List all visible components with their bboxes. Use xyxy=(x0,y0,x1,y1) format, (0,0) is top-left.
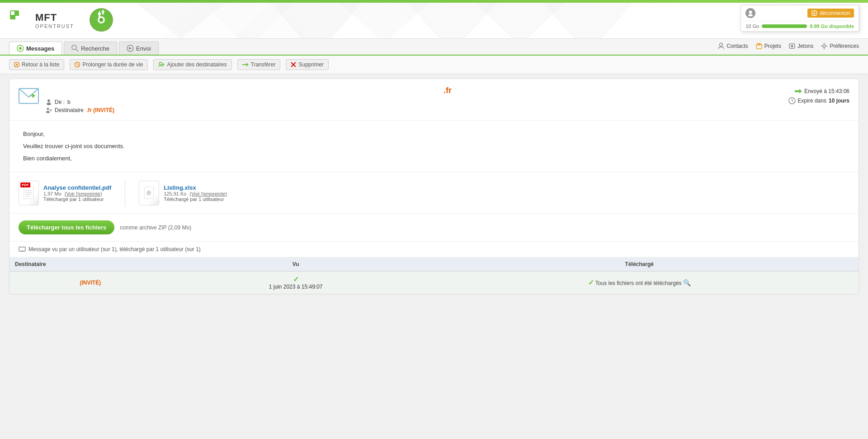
to-label: Destinataire xyxy=(55,107,84,113)
nav-area: Messages Recherche Envoi Contacts xyxy=(0,39,868,56)
recipients-table: Destinataire Vu Téléchargé (INVITÉ)✓1 ju… xyxy=(9,257,859,294)
btn-supprimer[interactable]: Supprimer xyxy=(286,59,328,70)
file-item-xlsx: ... Listing.xlsx 125,91 Ko (Voir l'empre… xyxy=(139,181,227,205)
center-transfer-icon xyxy=(88,6,115,35)
deconnexion-icon xyxy=(811,10,817,16)
status-section: Message vu par un utilisateur (sur 1), t… xyxy=(9,242,859,257)
logo-mft: MFT xyxy=(35,12,74,23)
svg-rect-10 xyxy=(11,11,14,15)
message-title-area: .fr De : b xyxy=(46,86,849,113)
contacts-label: Contacts xyxy=(726,43,748,49)
table-header-destinataire: Destinataire xyxy=(9,257,171,271)
message-from-row: De : b xyxy=(46,99,849,105)
contacts-icon xyxy=(717,42,725,50)
table-header-vu: Vu xyxy=(171,257,420,271)
expires-label: Expire dans xyxy=(798,98,826,104)
btn-retour[interactable]: Retour à la liste xyxy=(9,59,64,70)
btn-ajouter-destinataires[interactable]: Ajouter des destinataires xyxy=(153,59,231,70)
message-body: Bonjour, Veuillez trouver ci-joint vos d… xyxy=(9,121,859,173)
svg-point-46 xyxy=(159,62,162,65)
svg-point-31 xyxy=(720,43,723,46)
btn-transferer-label: Transférer xyxy=(251,61,276,68)
deconnexion-button[interactable]: déconnexion xyxy=(807,9,854,18)
nav-contacts[interactable]: Contacts xyxy=(717,42,748,50)
pdf-badge: PDF xyxy=(20,182,30,187)
cell-telecharge: ✓ Tous les fichiers ont été téléchargés … xyxy=(420,271,859,294)
svg-point-57 xyxy=(47,108,49,110)
files-section: PDF Analyse confidentiel.pdf 1,97 Mo (Vo… xyxy=(9,173,859,214)
pdf-icon-svg xyxy=(23,186,34,200)
storage-available: 9,99 Go disponible xyxy=(810,23,854,29)
nav-actions: Contacts Projets Jetons Préfé xyxy=(717,42,859,51)
from-label: De : xyxy=(55,99,65,105)
file-name-pdf[interactable]: Analyse confidentiel.pdf xyxy=(43,184,111,191)
storage-bar-row: 10 Go 9,99 Go disponible xyxy=(741,21,859,31)
svg-point-26 xyxy=(19,47,22,50)
preferences-label: Préférences xyxy=(830,43,859,49)
cell-vu: ✓1 juin 2023 à 15:49:07 xyxy=(171,271,420,294)
expires-status: Expire dans 10 jours xyxy=(788,97,849,104)
main-content: .fr De : b xyxy=(9,79,859,294)
svg-point-36 xyxy=(823,45,826,47)
sent-arrow-icon xyxy=(795,89,802,93)
svg-point-55 xyxy=(47,99,50,102)
to-value: .fr (INVITÉ) xyxy=(86,107,114,113)
tab-messages[interactable]: Messages xyxy=(9,42,62,55)
svg-text:...: ... xyxy=(147,194,149,196)
nav-jetons[interactable]: Jetons xyxy=(788,42,813,50)
logo-area: MFT OPENTRUST xyxy=(9,9,74,32)
tab-envoi[interactable]: Envoi xyxy=(119,42,159,55)
download-all-button[interactable]: Télécharger tous les fichiers xyxy=(19,220,114,234)
projets-label: Projets xyxy=(764,43,781,49)
deconnexion-label: déconnexion xyxy=(820,10,850,16)
from-user-icon xyxy=(46,99,52,105)
message-header: .fr De : b xyxy=(9,79,859,121)
tab-recherche[interactable]: Recherche xyxy=(64,42,117,55)
file-empreinte-pdf[interactable]: (Voir l'empreinte) xyxy=(65,191,102,196)
svg-marker-24 xyxy=(813,14,815,15)
storage-used: 10 Go xyxy=(745,23,759,29)
svg-rect-66 xyxy=(24,187,33,199)
file-info-pdf: Analyse confidentiel.pdf 1,97 Mo (Voir l… xyxy=(43,184,111,202)
tab-messages-label: Messages xyxy=(26,45,54,52)
file-downloaded-xlsx: Téléchargé par 1 utilisateur xyxy=(164,196,227,202)
svg-marker-6 xyxy=(542,3,633,38)
storage-bar-fill xyxy=(762,24,807,28)
btn-prolonger[interactable]: Prolonger la durée de vie xyxy=(70,59,148,70)
file-size-xlsx: 125,91 Ko (Voir l'empreinte) xyxy=(164,191,227,196)
message-meta: De : b Destinataire .fr (INVITÉ) xyxy=(46,99,849,113)
svg-point-58 xyxy=(46,111,50,113)
table-row: (INVITÉ)✓1 juin 2023 à 15:49:07✓ Tous le… xyxy=(9,271,859,294)
search-icon[interactable]: 🔍 xyxy=(683,279,691,286)
to-user-icon xyxy=(46,107,52,113)
logo-svg xyxy=(9,9,32,32)
transfer-icon xyxy=(242,62,249,67)
file-empreinte-xlsx[interactable]: (Voir l'empreinte) xyxy=(189,191,227,196)
table-header-telecharge: Téléchargé xyxy=(420,257,859,271)
header: MFT OPENTRUST xyxy=(0,3,868,39)
svg-point-20 xyxy=(749,11,752,14)
file-name-xlsx[interactable]: Listing.xlsx xyxy=(164,184,227,191)
toolbar: Retour à la liste Prolonger la durée de … xyxy=(0,56,868,74)
cell-recipient: (INVITÉ) xyxy=(9,271,171,294)
btn-transferer[interactable]: Transférer xyxy=(237,59,281,70)
jetons-label: Jetons xyxy=(797,43,813,49)
btn-supprimer-label: Supprimer xyxy=(298,61,323,68)
svg-point-27 xyxy=(72,45,76,50)
btn-retour-label: Retour à la liste xyxy=(22,61,59,68)
body-line3: Bien cordialement, xyxy=(23,154,845,163)
svg-marker-30 xyxy=(129,47,132,50)
from-value: b xyxy=(67,99,71,105)
back-icon xyxy=(14,62,19,67)
transfer-icon-svg xyxy=(88,6,115,33)
sent-time: Envoyé à 15:43:06 xyxy=(804,88,849,94)
storage-bar xyxy=(762,24,807,28)
pdf-file-icon: PDF xyxy=(19,181,39,205)
nav-preferences[interactable]: Préférences xyxy=(821,42,859,50)
nav-projets[interactable]: Projets xyxy=(755,42,781,50)
delete-icon xyxy=(291,62,296,67)
user-avatar-icon xyxy=(745,8,755,18)
btn-prolonger-label: Prolonger la durée de vie xyxy=(82,61,143,68)
file-downloaded-pdf: Téléchargé par 1 utilisateur xyxy=(43,196,111,202)
projets-icon xyxy=(755,42,763,50)
